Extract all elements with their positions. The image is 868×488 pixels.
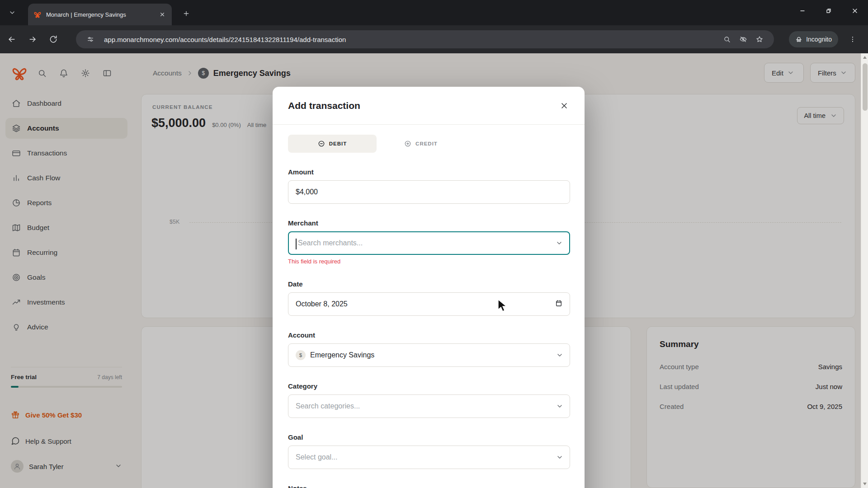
modal-header: Add transaction: [273, 87, 585, 125]
close-icon: [560, 101, 569, 110]
chevron-down-icon: [556, 403, 563, 410]
debit-credit-toggle: DEBIT CREDIT: [288, 135, 570, 153]
mouse-cursor: [497, 299, 509, 314]
forward-button[interactable]: [24, 30, 42, 48]
plus-circle-icon: [404, 140, 411, 147]
close-window-button[interactable]: [842, 0, 868, 22]
amount-label: Amount: [288, 168, 570, 176]
account-select[interactable]: $ Emergency Savings: [288, 343, 570, 367]
cursor-arrow-icon: [497, 299, 509, 313]
tab-close-button[interactable]: [158, 10, 166, 19]
amount-input[interactable]: [296, 188, 562, 196]
tune-icon: [87, 36, 94, 43]
account-label: Account: [288, 331, 570, 339]
kebab-menu-icon: [849, 36, 856, 43]
arrow-left-icon: [7, 35, 16, 44]
category-select[interactable]: Search categories...: [288, 394, 570, 418]
tab-title: Monarch | Emergency Savings: [46, 11, 155, 18]
merchant-field-group: Merchant This field is required: [288, 219, 570, 265]
category-field-group: Category Search categories...: [288, 382, 570, 418]
restore-button[interactable]: [816, 0, 842, 22]
goal-field-group: Goal Select goal...: [288, 433, 570, 469]
modal-title: Add transaction: [288, 100, 360, 111]
notes-field-group: Notes: [288, 484, 570, 488]
scrollbar-thumb[interactable]: [863, 63, 868, 111]
calendar-icon[interactable]: [555, 300, 562, 309]
chevron-down-icon: [9, 9, 16, 16]
goal-label: Goal: [288, 433, 570, 441]
credit-tab[interactable]: CREDIT: [377, 135, 465, 153]
url-text[interactable]: app.monarchmoney.com/accounts/details/22…: [104, 36, 719, 43]
debit-tab[interactable]: DEBIT: [288, 135, 377, 153]
date-field-group: Date: [288, 280, 570, 316]
address-bar[interactable]: app.monarchmoney.com/accounts/details/22…: [76, 30, 774, 48]
minimize-icon: [799, 7, 806, 14]
new-tab-button[interactable]: [180, 7, 193, 20]
incognito-badge: Incognito: [789, 31, 838, 47]
back-button[interactable]: [3, 30, 21, 48]
page: Dashboard Accounts Transactions Cash Flo…: [0, 53, 868, 488]
minimize-button[interactable]: [789, 0, 816, 22]
account-field-group: Account $ Emergency Savings: [288, 331, 570, 367]
zoom-button[interactable]: [719, 31, 735, 47]
merchant-error-message: This field is required: [288, 258, 570, 265]
credit-tab-label: CREDIT: [415, 141, 438, 146]
screen: Monarch | Emergency Savings: [0, 0, 868, 488]
bookmark-button[interactable]: [751, 31, 768, 47]
category-label: Category: [288, 382, 570, 390]
reload-button[interactable]: [44, 30, 62, 48]
incognito-icon: [795, 36, 802, 43]
chevron-down-icon[interactable]: [556, 239, 563, 247]
monarch-favicon-icon: [33, 10, 42, 19]
restore-icon: [825, 7, 832, 14]
site-info-button[interactable]: [82, 31, 99, 47]
notes-label: Notes: [288, 484, 570, 488]
date-input-wrap: [288, 292, 570, 316]
password-eye-button[interactable]: [735, 31, 751, 47]
merchant-label: Merchant: [288, 219, 570, 227]
plus-icon: [183, 10, 190, 17]
goal-select[interactable]: Select goal...: [288, 446, 570, 469]
debit-tab-label: DEBIT: [329, 141, 347, 146]
reload-icon: [49, 35, 58, 44]
modal-close-button[interactable]: [557, 98, 572, 113]
browser-menu-button[interactable]: [844, 31, 861, 47]
text-caret: [296, 239, 297, 249]
minus-circle-icon: [318, 140, 325, 147]
date-input[interactable]: [296, 300, 555, 308]
chevron-down-icon: [556, 454, 563, 461]
account-select-value: Emergency Savings: [310, 351, 374, 359]
eye-off-icon: [740, 36, 747, 43]
window-controls: [789, 0, 868, 22]
browser-tab[interactable]: Monarch | Emergency Savings: [28, 4, 172, 25]
tab-search-button[interactable]: [5, 6, 19, 19]
add-transaction-modal: Add transaction DEBIT CREDIT: [273, 87, 585, 488]
amount-field-group: Amount: [288, 168, 570, 204]
page-scrollbar[interactable]: [861, 53, 868, 488]
scrollbar-down-arrow[interactable]: [863, 483, 867, 485]
chevron-down-icon: [556, 352, 563, 359]
category-placeholder: Search categories...: [296, 402, 360, 410]
arrow-right-icon: [28, 35, 37, 44]
incognito-label: Incognito: [806, 36, 832, 43]
amount-input-wrap: [288, 180, 570, 204]
tab-strip: Monarch | Emergency Savings: [0, 0, 868, 25]
browser-toolbar: app.monarchmoney.com/accounts/details/22…: [0, 25, 868, 53]
merchant-search-input[interactable]: [296, 239, 562, 247]
goal-placeholder: Select goal...: [296, 453, 338, 461]
modal-body: DEBIT CREDIT Amount Merchant: [273, 125, 585, 488]
close-icon: [851, 7, 859, 14]
scrollbar-up-arrow[interactable]: [863, 56, 867, 59]
close-icon: [159, 11, 166, 18]
merchant-input-wrap: [288, 231, 570, 255]
star-icon: [756, 36, 763, 43]
account-dollar-icon: $: [296, 350, 306, 360]
date-label: Date: [288, 280, 570, 288]
search-icon: [723, 36, 731, 43]
